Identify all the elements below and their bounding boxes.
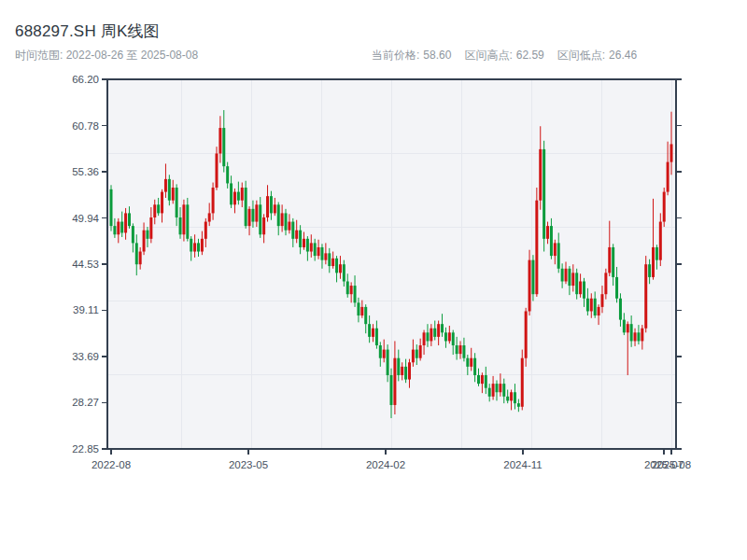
candle-body [248, 209, 251, 226]
candle-body [630, 324, 633, 341]
candle-body [612, 247, 614, 277]
candle-body [139, 252, 142, 265]
candle-body [568, 269, 571, 286]
candle-body [320, 247, 323, 260]
candle-body [550, 226, 553, 256]
candle-body [608, 247, 611, 273]
kline-page: 688297.SH 周K线图 时间范围: 2022-08-26 至 2025-0… [0, 0, 747, 560]
candle-body [222, 128, 225, 166]
candle-body [571, 273, 574, 286]
candle-body [554, 243, 557, 256]
candle-body [368, 324, 371, 337]
candle-body [295, 231, 298, 239]
candle-body [204, 222, 207, 239]
candle-body [473, 358, 476, 375]
candle-body [586, 299, 589, 312]
candle-body [408, 362, 411, 379]
candle-body [157, 204, 160, 213]
candle-body [354, 286, 357, 302]
candle-body [531, 260, 534, 295]
candle-body [466, 358, 469, 367]
candle-body [644, 264, 647, 329]
candle-body [324, 253, 327, 259]
candle-body [535, 201, 538, 294]
candle-body [481, 375, 484, 384]
candle-body [634, 332, 637, 341]
candle-body [583, 281, 585, 298]
candle-body [393, 358, 396, 405]
candle-body [648, 264, 651, 277]
candle-body [208, 213, 211, 221]
candle-body [452, 332, 455, 345]
candle-body [579, 281, 582, 294]
candle [531, 255, 534, 301]
candle-body [215, 153, 218, 188]
candle-body [448, 332, 451, 341]
candle-body [218, 128, 221, 153]
candle-body [226, 166, 229, 183]
candle-body [193, 243, 196, 251]
candle-body [128, 213, 131, 226]
candle-body [437, 324, 440, 337]
candle-body [492, 384, 495, 397]
candle-body [619, 299, 622, 320]
candle-body [190, 239, 192, 252]
candle-body [306, 239, 309, 252]
candle [543, 141, 545, 252]
candle-body [667, 162, 669, 192]
candle [644, 256, 647, 332]
y-tick-label: 33.69 [72, 351, 99, 362]
candle-body [179, 217, 182, 234]
candle-body [270, 196, 273, 213]
candle-body [186, 204, 189, 239]
candle-body [600, 294, 603, 307]
candle [525, 308, 528, 367]
candle-body [149, 217, 152, 239]
candle-body [575, 273, 578, 294]
candle-body [510, 392, 513, 400]
y-tick-label: 66.20 [72, 74, 99, 85]
candle-body [237, 192, 240, 201]
candle-body [291, 222, 294, 239]
candle-body [153, 204, 156, 217]
candle-body [161, 192, 163, 214]
candle-body [146, 231, 148, 239]
candle-body [343, 264, 345, 281]
candle-body [172, 188, 175, 201]
candle-body [444, 332, 447, 341]
candle-body [565, 269, 568, 282]
candle-body [529, 260, 531, 312]
candle-body [262, 217, 265, 234]
candle-body [274, 204, 276, 213]
candle-body [372, 329, 374, 337]
candle-body [416, 350, 418, 358]
candle-body [433, 329, 436, 337]
candle-body [495, 384, 498, 392]
candle-body [401, 367, 403, 375]
candle-body [561, 269, 564, 282]
candle-body [539, 149, 542, 201]
candle-body [299, 231, 302, 247]
candle-body [594, 299, 597, 315]
kline-chart: 66.2060.7855.3649.9444.5339.1133.6928.27… [0, 0, 747, 504]
candle-body [470, 358, 472, 367]
candle [535, 188, 538, 297]
candle-body [663, 192, 666, 222]
candle-body [117, 222, 120, 235]
candle-body [328, 253, 331, 266]
candle-body [110, 189, 113, 226]
candle-body [615, 277, 618, 299]
candle-body [590, 299, 593, 312]
x-tick-label: 2023-05 [229, 459, 268, 470]
candle-body [360, 307, 363, 315]
candle-body [314, 243, 317, 256]
candle-body [670, 144, 673, 161]
candle-body [652, 247, 655, 277]
candle-body [259, 204, 261, 234]
candle-body [132, 226, 134, 243]
candle-body [499, 384, 501, 392]
candle-body [383, 350, 386, 358]
candle-body [441, 324, 444, 332]
candle-body [266, 196, 269, 217]
candle-body [135, 243, 138, 264]
